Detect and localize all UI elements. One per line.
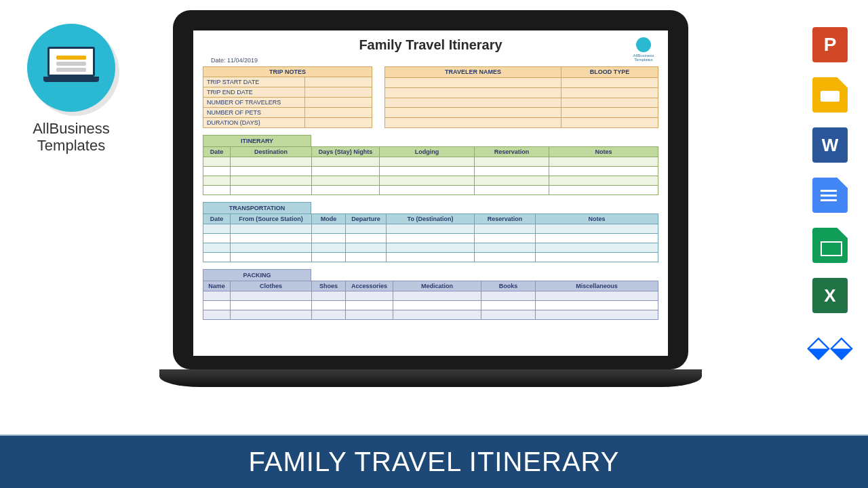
transportation-table: Date From (Source Station) Mode Departur… [203, 214, 658, 262]
google-sheets-icon [812, 228, 848, 263]
laptop-mockup: AllBusiness Templates Family Travel Itin… [159, 10, 702, 424]
itinerary-table: Date Destination Days (Stay) Nights Lodg… [203, 146, 658, 195]
google-docs-icon [812, 178, 848, 213]
powerpoint-icon: P [812, 27, 848, 62]
transportation-title: TRANSPORTATION [203, 202, 311, 214]
packing-table: Name Clothes Shoes Accessories Medicatio… [203, 281, 658, 320]
trip-notes-table: TRIP NOTES TRIP START DATE TRIP END DATE… [203, 66, 372, 128]
bottom-banner: FAMILY TRAVEL ITINERARY [0, 436, 868, 488]
document-corner-logo: AllBusiness Templates [630, 37, 657, 62]
file-type-icons: P W X ⬙⬙ [812, 27, 853, 363]
itinerary-section: ITINERARY Date Destination Days (Stay) N… [203, 135, 658, 195]
brand-logo: AllBusiness Templates [17, 24, 125, 155]
trip-notes-header: TRIP NOTES [203, 67, 372, 77]
document-date: Date: 11/04/2019 [211, 57, 658, 64]
brand-logo-icon [27, 24, 115, 112]
banner-title: FAMILY TRAVEL ITINERARY [249, 447, 620, 477]
dropbox-icon: ⬙⬙ [812, 328, 848, 363]
google-slides-icon [812, 77, 848, 113]
packing-section: PACKING Name Clothes Shoes Accessories M… [203, 269, 658, 320]
packing-title: PACKING [203, 269, 311, 281]
laptop-keyboard [159, 369, 702, 387]
transportation-section: TRANSPORTATION Date From (Source Station… [203, 202, 658, 262]
itinerary-title: ITINERARY [203, 135, 311, 146]
document-title: Family Travel Itinerary [203, 37, 658, 53]
word-icon: W [812, 127, 848, 163]
brand-logo-text: AllBusiness Templates [17, 120, 125, 155]
travelers-table: TRAVELER NAMESBLOOD TYPE [384, 66, 658, 128]
excel-icon: X [812, 278, 848, 313]
document-screen: Family Travel Itinerary Date: 11/04/2019… [193, 30, 668, 356]
